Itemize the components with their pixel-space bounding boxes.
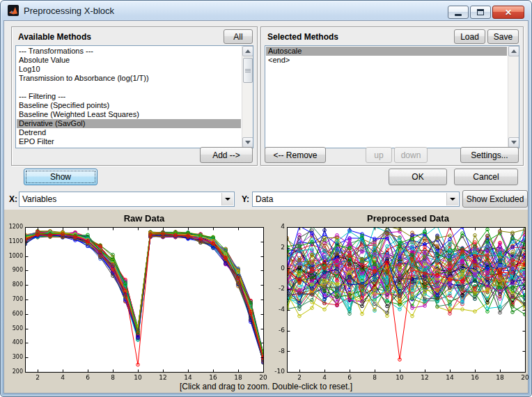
maximize-button[interactable] [470,6,491,19]
list-item[interactable]: Autoscale [266,47,507,56]
available-methods-title: Available Methods [18,32,91,42]
save-button[interactable]: Save [487,29,519,44]
scroll-down-button[interactable] [242,137,253,148]
list-item[interactable]: Transmission to Absorbance (log(1/T)) [17,74,241,83]
list-item[interactable]: Baseline (Specified points) [17,101,241,110]
selected-list-scrollbar[interactable] [508,46,519,148]
combo-dropdown-button[interactable] [446,193,458,205]
window-controls: ✕ [448,6,524,19]
ok-button[interactable]: OK [389,169,447,185]
chevron-down-icon [225,198,230,201]
arrow-up-icon [511,49,517,53]
remove-button[interactable]: <-- Remove [265,147,326,163]
window-title: Preprocessing X-block [24,6,114,16]
list-item[interactable]: Baseline (Weighted Least Squares) [17,110,241,119]
load-button[interactable]: Load [454,29,485,44]
settings-button[interactable]: Settings... [460,147,519,163]
scroll-up-button[interactable] [508,46,519,56]
selected-methods-panel: Selected Methods Load Save Autoscale<end… [260,26,524,166]
list-item[interactable]: <end> [266,56,507,65]
minimize-button[interactable] [448,6,469,19]
available-list-scrollbar[interactable] [242,46,253,148]
x-axis-value: Variables [22,194,56,204]
scrollbar-thumb[interactable] [243,58,253,83]
list-item[interactable]: Detrend [17,128,241,137]
close-button[interactable]: ✕ [492,6,524,19]
scroll-down-button[interactable] [508,137,519,148]
chevron-down-icon [450,198,455,201]
dialog-window: Preprocessing X-block ✕ Available Method… [0,0,532,397]
selected-methods-list[interactable]: Autoscale<end> [265,45,519,148]
arrow-up-icon [245,49,251,53]
all-button[interactable]: All [224,29,253,44]
y-axis-select[interactable]: Data [252,192,460,207]
y-axis-value: Data [256,194,273,204]
scroll-up-button[interactable] [242,46,253,56]
list-item[interactable] [17,83,241,92]
x-axis-select[interactable]: Variables [19,192,235,207]
zoom-hint-text: [Click and drag to zoom. Double-click to… [4,382,528,391]
axis-selector-row: X: Variables Y: Data Show Excluded [4,189,528,209]
combo-dropdown-button[interactable] [221,193,233,205]
y-axis-label: Y: [242,194,249,204]
maximize-icon [477,9,484,15]
minimize-icon [455,14,462,16]
available-methods-panel: Available Methods All --- Transformation… [11,26,258,166]
available-methods-list[interactable]: --- Transformations ---Absolute ValueLog… [15,45,253,148]
show-excluded-button[interactable]: Show Excluded [462,190,528,208]
list-item[interactable]: Absolute Value [17,56,241,65]
list-item[interactable]: --- Transformations --- [17,47,241,56]
plot-area: Raw Data Preprocessed Data [Click and dr… [4,210,528,393]
raw-data-plot[interactable] [4,210,267,381]
thumb-grip-icon [245,69,251,72]
arrow-down-icon [511,141,517,144]
titlebar[interactable]: Preprocessing X-block ✕ [1,1,531,20]
list-item[interactable]: Log10 [17,65,241,74]
move-up-button[interactable]: up [366,147,392,163]
x-axis-label: X: [9,194,17,204]
list-item[interactable]: EPO Filter [17,137,241,146]
matlab-logo-icon [8,5,19,16]
list-item[interactable]: --- Filtering --- [17,92,241,101]
dialog-client: Available Methods All --- Transformation… [3,20,529,394]
add-button[interactable]: Add --> [200,147,253,163]
move-down-button[interactable]: down [394,147,428,163]
preprocessed-data-plot[interactable] [267,210,531,381]
cancel-button[interactable]: Cancel [454,169,518,185]
show-button[interactable]: Show [24,169,97,185]
close-icon: ✕ [505,8,512,17]
selected-methods-title: Selected Methods [267,32,338,42]
arrow-down-icon [245,141,251,144]
list-item[interactable]: Derivative (SavGol) [17,119,241,128]
